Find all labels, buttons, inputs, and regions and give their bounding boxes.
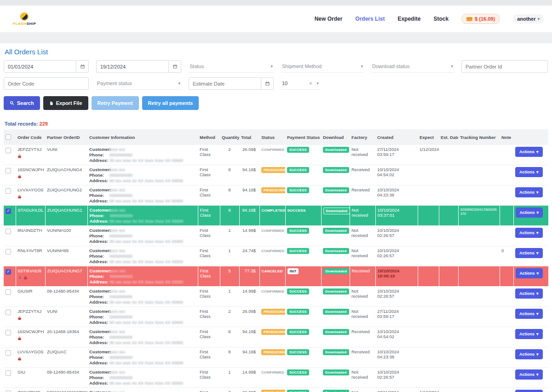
link-icon[interactable]	[18, 275, 22, 280]
wallet-balance-badge[interactable]: $ (16.09)	[461, 14, 500, 24]
download-badge: Downloaded	[323, 208, 350, 214]
row-checkbox[interactable]	[6, 208, 11, 214]
customer-value-redacted: xxxx xxx	[109, 350, 125, 354]
note	[500, 347, 513, 368]
customer-information: Customer:xxxx xxx Phone:0000000000 Addre…	[87, 226, 198, 246]
actions-button[interactable]: Actions ▾	[515, 329, 543, 339]
brand-logo[interactable]: FLASHSHIP	[13, 12, 36, 26]
shipping-method: First Class	[198, 266, 220, 287]
est-date	[439, 246, 458, 266]
total-amount: 94.19$	[239, 347, 259, 368]
chevron-down-icon: ▾	[537, 210, 539, 215]
row-checkbox[interactable]	[6, 370, 11, 376]
actions-button[interactable]: Actions ▾	[515, 228, 543, 238]
customer-label: Customer:	[89, 228, 109, 233]
retry-payment-button[interactable]: Retry Payment	[92, 96, 139, 110]
tracking-number	[458, 185, 500, 206]
row-checkbox[interactable]	[6, 330, 11, 335]
nav-item-orders-list[interactable]: Orders List	[355, 16, 385, 22]
address-value-redacted: 00 xxx xxxx Xx XX Xxxx Xxxx XX 00000	[109, 199, 183, 203]
customer-label: Customer:	[90, 208, 110, 213]
address-label: Address:	[90, 219, 110, 224]
note	[500, 165, 513, 185]
header-total: Total	[239, 129, 259, 145]
status-select[interactable]: Status ▾	[189, 60, 274, 73]
address-label: Address:	[89, 300, 109, 305]
est-date	[439, 206, 458, 226]
total-amount: 94.19$	[239, 185, 259, 206]
estimate-date-input[interactable]	[189, 77, 261, 90]
account-dropdown[interactable]: another ▾	[513, 14, 544, 23]
page-size-value: 10	[282, 81, 288, 86]
row-checkbox[interactable]	[6, 188, 11, 194]
tracking-number	[458, 327, 500, 347]
actions-button[interactable]: Actions ▾	[515, 369, 543, 380]
search-icon	[10, 101, 14, 105]
payment-status-select[interactable]: Payment status ▾	[96, 77, 181, 90]
table-row: JEPZZYTXJ VUNI Customer:xxxx xxx Phone:0…	[4, 145, 548, 165]
actions-button[interactable]: Actions ▾	[515, 167, 543, 177]
actions-button-label: Actions	[519, 332, 535, 336]
actions-button[interactable]: Actions ▾	[515, 288, 543, 299]
partner-order-id-input[interactable]	[461, 60, 548, 73]
chevron-down-icon: ▾	[537, 271, 539, 276]
date-from-input[interactable]	[4, 60, 76, 73]
quantity: 2	[220, 388, 239, 392]
nav-item-expedite[interactable]: Expedite	[397, 16, 420, 22]
row-checkbox[interactable]	[6, 168, 11, 173]
tracking-number: 9295590339417800005370	[458, 206, 500, 226]
note	[500, 145, 513, 165]
row-checkbox[interactable]	[6, 350, 11, 356]
row-checkbox[interactable]	[6, 269, 11, 275]
credit-card-icon	[466, 17, 472, 21]
retry-all-payments-button[interactable]: Retry all payments	[142, 96, 199, 110]
shipment-method-select[interactable]: Shipment Method ▾	[281, 60, 364, 73]
row-checkbox[interactable]	[6, 289, 11, 295]
actions-button[interactable]: Actions ▾	[515, 309, 543, 319]
created-datetime: 10/10/2024 04:23:38	[375, 347, 418, 368]
clear-icon[interactable]: ×	[309, 81, 312, 86]
download-badge: Downloaded	[323, 369, 349, 375]
actions-button[interactable]: Actions ▾	[515, 390, 543, 392]
actions-button[interactable]: Actions ▾	[516, 208, 543, 218]
download-badge: Downloaded	[323, 248, 349, 254]
row-checkbox[interactable]	[6, 249, 11, 254]
shipping-method: First Class	[198, 185, 220, 206]
date-to-input[interactable]	[96, 60, 169, 73]
date-from-calendar-button[interactable]	[76, 60, 89, 73]
quantity: 1	[220, 246, 239, 266]
nav-item-stock[interactable]: Stock	[433, 16, 448, 22]
partner-order-id-group	[461, 60, 548, 73]
total-amount: 94.19$	[239, 206, 259, 226]
row-checkbox[interactable]	[6, 148, 11, 153]
actions-button[interactable]: Actions ▾	[516, 268, 543, 278]
date-to-calendar-button[interactable]	[169, 60, 181, 73]
factory-status: Not received	[350, 307, 375, 327]
shipping-method: First Class	[198, 145, 220, 165]
actions-button[interactable]: Actions ▾	[515, 248, 543, 258]
download-status-select[interactable]: Download status ▾	[371, 60, 454, 73]
partner-order-id: ZUIQUACHUNG2	[45, 185, 87, 206]
row-checkbox[interactable]	[6, 229, 11, 234]
customer-label: Customer:	[90, 268, 110, 273]
customer-label: Customer:	[89, 187, 109, 192]
select-all-checkbox[interactable]	[6, 134, 11, 140]
tracking-number	[458, 145, 500, 165]
row-checkbox[interactable]	[6, 310, 11, 315]
search-button[interactable]: Search	[4, 96, 40, 110]
header-factory: Factory	[350, 129, 375, 145]
actions-button[interactable]: Actions ▾	[515, 187, 543, 197]
order-code-input[interactable]	[4, 77, 89, 90]
chevron-down-icon: ▾	[536, 332, 539, 336]
order-code: 8NAINDZTH	[17, 228, 43, 233]
page-size-select[interactable]: 10 × ▾	[281, 77, 320, 90]
actions-button[interactable]: Actions ▾	[515, 349, 543, 359]
export-file-button[interactable]: Export File	[43, 96, 88, 110]
chevron-down-icon: ▾	[451, 64, 453, 69]
estimate-date-calendar-button[interactable]	[261, 77, 274, 90]
table-row: 6ST8HA8J9 ZUIQUACHUNG7 Customer:xxxx xxx…	[4, 266, 548, 287]
factory-status: Not received	[350, 226, 375, 246]
actions-button[interactable]: Actions ▾	[515, 147, 543, 157]
nav-item-new-order[interactable]: New Order	[315, 16, 343, 22]
customer-information: Customer:xxxx xxx Phone:0000000000 Addre…	[87, 368, 198, 388]
